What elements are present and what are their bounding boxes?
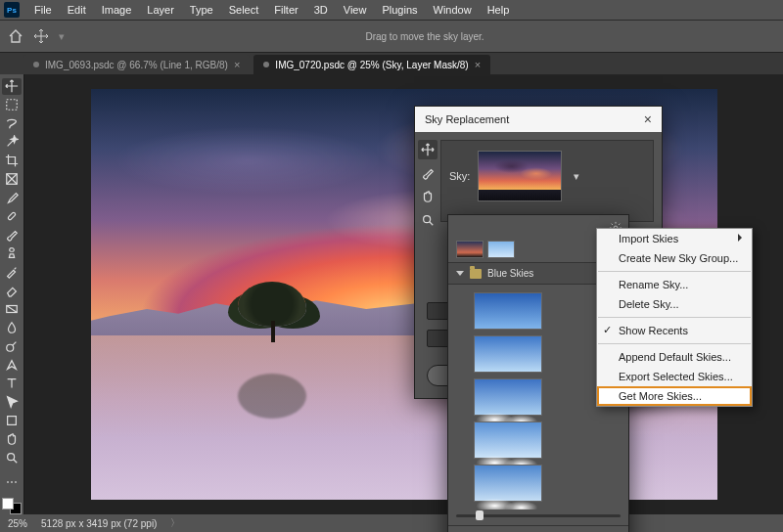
sky-thumb[interactable] bbox=[474, 335, 542, 373]
sky-preset-thumb[interactable] bbox=[478, 151, 562, 201]
chevron-right-icon[interactable]: 〉 bbox=[170, 516, 180, 530]
doc-dimensions: 5128 px x 3419 px (72 ppi) bbox=[41, 518, 157, 529]
dodge-tool[interactable] bbox=[2, 338, 22, 355]
cloud-doc-icon bbox=[263, 62, 269, 67]
zoom-level[interactable]: 25% bbox=[8, 518, 27, 529]
menu-separator bbox=[598, 343, 751, 344]
menu-rename-sky[interactable]: Rename Sky... bbox=[597, 275, 752, 294]
thumb-size-slider[interactable] bbox=[448, 510, 628, 525]
dialog-title-text: Sky Replacement bbox=[425, 113, 509, 125]
history-brush-tool[interactable] bbox=[2, 264, 22, 281]
options-bar: ▾ Drag to move the sky layer. bbox=[0, 20, 783, 53]
brush-tool[interactable] bbox=[2, 227, 22, 244]
blur-tool[interactable] bbox=[2, 320, 22, 336]
home-icon[interactable] bbox=[8, 28, 23, 44]
tab-label: IMG_0720.psdc @ 25% (Sky, Layer Mask/8) bbox=[275, 60, 468, 70]
stamp-tool[interactable] bbox=[2, 245, 22, 262]
zoom-tool[interactable] bbox=[418, 210, 438, 230]
crop-tool[interactable] bbox=[2, 153, 22, 169]
submenu-arrow-icon bbox=[738, 234, 746, 242]
svg-point-7 bbox=[424, 216, 431, 223]
menu-show-recents[interactable]: ✓ Show Recents bbox=[597, 321, 752, 340]
menu-filter[interactable]: Filter bbox=[267, 2, 304, 18]
svg-rect-2 bbox=[8, 212, 17, 221]
sky-thumb[interactable] bbox=[474, 292, 542, 330]
tab-label: IMG_0693.psdc @ 66.7% (Line 1, RGB/8) bbox=[45, 60, 228, 70]
menu-separator bbox=[598, 271, 751, 272]
edit-toolbar[interactable]: ⋯ bbox=[2, 473, 22, 490]
color-swatches[interactable] bbox=[2, 498, 22, 514]
close-icon[interactable]: × bbox=[234, 59, 240, 70]
marquee-tool[interactable] bbox=[2, 97, 22, 113]
menu-append-default[interactable]: Append Default Skies... bbox=[597, 347, 752, 367]
menu-layer[interactable]: Layer bbox=[140, 2, 181, 18]
menu-help[interactable]: Help bbox=[481, 2, 517, 18]
hand-tool[interactable] bbox=[418, 187, 438, 206]
menu-get-more-skies[interactable]: Get More Skies... bbox=[597, 386, 752, 406]
menu-select[interactable]: Select bbox=[222, 2, 266, 18]
sky-brush-tool[interactable] bbox=[418, 163, 438, 183]
check-icon: ✓ bbox=[603, 324, 612, 336]
sky-thumb[interactable] bbox=[474, 465, 542, 502]
eyedropper-tool[interactable] bbox=[2, 190, 22, 206]
menu-window[interactable]: Window bbox=[427, 2, 479, 18]
menu-file[interactable]: File bbox=[27, 2, 59, 18]
chevron-down-icon bbox=[456, 271, 464, 276]
dialog-toolbar bbox=[415, 136, 440, 230]
menu-view[interactable]: View bbox=[337, 2, 374, 18]
menu-image[interactable]: Image bbox=[95, 2, 139, 18]
type-tool[interactable] bbox=[2, 376, 22, 392]
recent-sky-thumb[interactable] bbox=[487, 241, 515, 258]
menu-type[interactable]: Type bbox=[183, 2, 220, 18]
close-icon[interactable]: × bbox=[644, 111, 652, 127]
heal-tool[interactable] bbox=[2, 208, 22, 225]
move-sky-tool[interactable] bbox=[418, 140, 438, 159]
svg-rect-5 bbox=[8, 417, 17, 425]
tab-img-0720[interactable]: IMG_0720.psdc @ 25% (Sky, Layer Mask/8) … bbox=[253, 55, 490, 74]
menu-import-skies[interactable]: Import Skies bbox=[597, 229, 752, 248]
menu-plugins[interactable]: Plugins bbox=[375, 2, 424, 18]
left-toolbar: ⋯ bbox=[0, 74, 23, 514]
document-tab-bar: IMG_0693.psdc @ 66.7% (Line 1, RGB/8) × … bbox=[0, 53, 783, 74]
tab-img-0693[interactable]: IMG_0693.psdc @ 66.7% (Line 1, RGB/8) × bbox=[23, 55, 250, 74]
frame-tool[interactable] bbox=[2, 171, 22, 188]
lasso-tool[interactable] bbox=[2, 115, 22, 132]
move-tool-icon[interactable] bbox=[33, 28, 49, 44]
close-icon[interactable]: × bbox=[475, 59, 481, 70]
menu-delete-sky[interactable]: Delete Sky... bbox=[597, 294, 752, 314]
hand-tool[interactable] bbox=[2, 431, 22, 448]
menu-3d[interactable]: 3D bbox=[307, 2, 335, 18]
options-hint: Drag to move the sky layer. bbox=[74, 31, 775, 42]
sky-label: Sky: bbox=[449, 170, 470, 182]
zoom-tool[interactable] bbox=[2, 450, 22, 466]
dialog-titlebar[interactable]: Sky Replacement × bbox=[415, 107, 662, 132]
group-label: Blue Skies bbox=[487, 268, 533, 279]
menu-export-selected[interactable]: Export Selected Skies... bbox=[597, 367, 752, 386]
eraser-tool[interactable] bbox=[2, 283, 22, 299]
path-select-tool[interactable] bbox=[2, 394, 22, 411]
shape-tool[interactable] bbox=[2, 413, 22, 429]
recent-sky-thumb[interactable] bbox=[456, 241, 484, 258]
menu-bar: Ps File Edit Image Layer Type Select Fil… bbox=[0, 0, 783, 20]
move-tool[interactable] bbox=[2, 78, 22, 95]
gradient-tool[interactable] bbox=[2, 301, 22, 318]
sky-thumb[interactable] bbox=[474, 421, 542, 459]
status-bar: 25% 5128 px x 3419 px (72 ppi) 〉 bbox=[0, 514, 783, 532]
svg-rect-0 bbox=[7, 100, 18, 111]
svg-point-4 bbox=[7, 345, 14, 352]
wand-tool[interactable] bbox=[2, 134, 22, 151]
svg-point-6 bbox=[8, 454, 15, 461]
pen-tool[interactable] bbox=[2, 357, 22, 374]
chevron-down-icon[interactable]: ▾ bbox=[570, 169, 583, 183]
menu-separator bbox=[598, 317, 751, 318]
app-logo: Ps bbox=[4, 2, 20, 18]
sky-thumb[interactable] bbox=[474, 378, 542, 416]
folder-icon bbox=[470, 269, 482, 279]
picker-context-menu: Import Skies Create New Sky Group... Ren… bbox=[596, 228, 753, 407]
menu-create-sky-group[interactable]: Create New Sky Group... bbox=[597, 248, 752, 268]
menu-edit[interactable]: Edit bbox=[61, 2, 93, 18]
sky-panel: Sky: ▾ bbox=[440, 140, 654, 222]
cloud-doc-icon bbox=[33, 62, 39, 67]
